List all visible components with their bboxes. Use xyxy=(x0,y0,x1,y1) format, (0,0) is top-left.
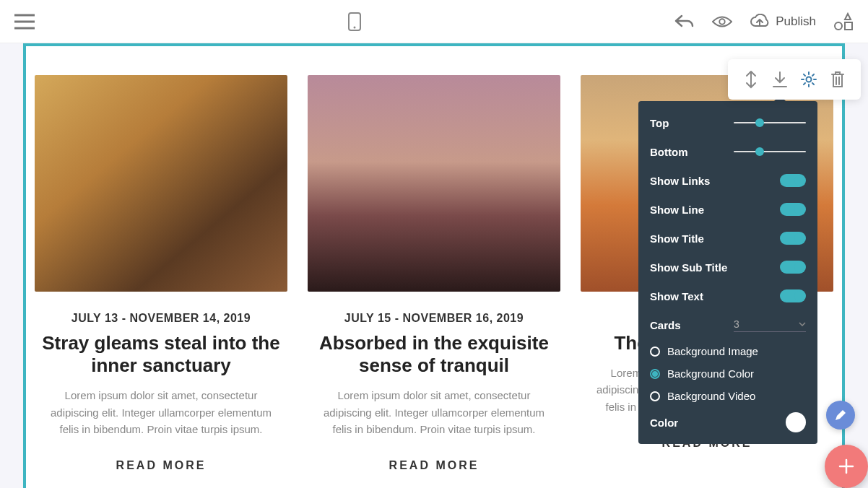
bg-video-label: Background Video xyxy=(667,390,755,402)
show-line-label: Show Line xyxy=(650,204,704,216)
radio-icon xyxy=(650,369,660,379)
read-more-link[interactable]: READ MORE xyxy=(389,459,479,472)
show-title-label: Show Title xyxy=(650,232,704,245)
show-links-toggle[interactable] xyxy=(780,174,806,187)
shapes-icon[interactable] xyxy=(833,12,854,32)
card: JULY 13 - NOVEMBER 14, 2019 Stray gleams… xyxy=(35,75,287,472)
card-text: Lorem ipsum dolor sit amet, consectetur … xyxy=(308,387,560,437)
cards-count-label: Cards xyxy=(650,319,681,331)
card-title: Absorbed in the exquisite sense of tranq… xyxy=(308,332,560,377)
radio-icon xyxy=(650,347,660,357)
card-image[interactable] xyxy=(35,75,287,292)
bottom-spacing-label: Bottom xyxy=(650,146,688,158)
section-toolbar xyxy=(728,59,861,100)
show-line-toggle[interactable] xyxy=(780,203,806,216)
publish-button[interactable]: Publish xyxy=(750,14,816,30)
card-date: JULY 13 - NOVEMBER 14, 2019 xyxy=(71,312,251,325)
preview-eye-icon[interactable] xyxy=(712,12,732,32)
mobile-preview-icon[interactable] xyxy=(344,12,365,32)
edit-fab-button[interactable] xyxy=(826,401,855,430)
undo-icon[interactable] xyxy=(674,12,695,32)
settings-gear-icon[interactable] xyxy=(797,68,820,91)
bottom-spacing-slider[interactable] xyxy=(734,151,806,152)
download-icon[interactable] xyxy=(768,68,791,91)
cloud-upload-icon xyxy=(750,14,770,30)
read-more-link[interactable]: READ MORE xyxy=(116,459,207,472)
show-text-label: Show Text xyxy=(650,290,703,302)
card-image[interactable] xyxy=(308,75,560,292)
card: JULY 15 - NOVEMBER 16, 2019 Absorbed in … xyxy=(308,75,560,472)
svg-point-5 xyxy=(807,77,812,82)
top-spacing-label: Top xyxy=(650,117,669,129)
move-up-down-icon[interactable] xyxy=(739,68,763,91)
color-label: Color xyxy=(650,417,678,429)
cards-count-value: 3 xyxy=(734,318,739,330)
bg-image-radio[interactable]: Background Image xyxy=(650,345,806,357)
add-fab-button[interactable] xyxy=(825,445,868,488)
bg-video-radio[interactable]: Background Video xyxy=(650,390,806,402)
bg-image-label: Background Image xyxy=(667,345,758,357)
show-text-toggle[interactable] xyxy=(780,289,806,302)
show-subtitle-label: Show Sub Title xyxy=(650,261,727,274)
color-swatch[interactable] xyxy=(786,412,806,432)
settings-panel: Top Bottom Show Links Show Line Show Tit… xyxy=(638,101,817,444)
show-subtitle-toggle[interactable] xyxy=(780,261,806,274)
top-toolbar: Publish xyxy=(0,0,868,43)
svg-point-2 xyxy=(720,19,725,24)
top-spacing-slider[interactable] xyxy=(734,122,806,123)
show-links-label: Show Links xyxy=(650,175,710,187)
menu-icon[interactable] xyxy=(14,12,35,32)
svg-rect-4 xyxy=(845,22,852,30)
publish-label: Publish xyxy=(776,14,816,29)
cards-count-select[interactable]: 3 xyxy=(734,318,806,332)
show-title-toggle[interactable] xyxy=(780,232,806,245)
card-title: Stray gleams steal into the inner sanctu… xyxy=(35,332,287,377)
svg-point-1 xyxy=(354,26,356,28)
card-text: Lorem ipsum dolor sit amet, consectetur … xyxy=(35,387,287,437)
bg-color-radio[interactable]: Background Color xyxy=(650,367,806,380)
radio-icon xyxy=(650,391,660,401)
delete-trash-icon[interactable] xyxy=(826,68,849,91)
bg-color-label: Background Color xyxy=(667,367,754,380)
chevron-down-icon xyxy=(799,322,806,326)
svg-point-3 xyxy=(835,22,842,30)
card-date: JULY 15 - NOVEMBER 16, 2019 xyxy=(344,312,524,325)
